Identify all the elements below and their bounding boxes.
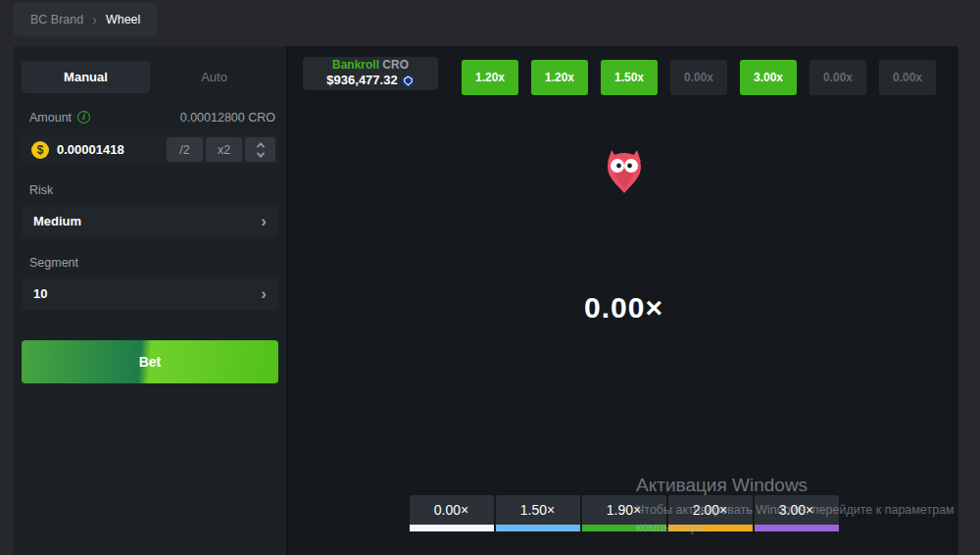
game-top-bar: Bankroll CRO $936,477.32 1.20x 1.20x 1.5… — [289, 46, 958, 95]
segment-value: 10 — [33, 286, 261, 301]
legend-label: 0.00× — [410, 495, 494, 525]
legend-color-bar — [582, 525, 666, 531]
history-result-button[interactable]: 1.50x — [601, 60, 658, 95]
legend-cell: 2.00× — [668, 495, 753, 531]
history-result-button[interactable]: 1.20x — [531, 60, 588, 95]
history-result-button[interactable]: 0.00x — [809, 60, 866, 95]
legend-label: 2.00× — [668, 495, 753, 525]
legend-color-bar — [496, 525, 580, 531]
risk-select[interactable]: Medium › — [22, 205, 278, 237]
bankroll-value: $936,477.32 — [326, 73, 397, 88]
bet-controls-sidebar: Manual Auto Amount i 0.00012800 CRO $ 0.… — [14, 46, 286, 555]
half-amount-button[interactable]: /2 — [167, 137, 203, 162]
watermark-title: Активация Windows — [636, 475, 955, 496]
legend-color-bar — [410, 525, 494, 531]
bankroll-amount: $936,477.32 — [326, 73, 414, 88]
amount-label: Amount i — [29, 111, 90, 125]
multiplier-legend: 0.00× 1.50× 1.90× 2.00× 3.00× — [410, 495, 839, 531]
legend-label: 1.90× — [582, 495, 666, 525]
result-multiplier: 0.00× — [289, 291, 958, 325]
segment-select[interactable]: 10 › — [22, 278, 278, 310]
tab-manual[interactable]: Manual — [22, 61, 150, 93]
result-history: 1.20x 1.20x 1.50x 0.00x 3.00x 0.00x 0.00… — [462, 60, 936, 95]
amount-row: Amount i 0.00012800 CRO — [22, 110, 278, 125]
legend-color-bar — [668, 525, 753, 531]
amount-stepper[interactable] — [245, 137, 275, 162]
legend-label: 1.50× — [496, 495, 580, 525]
legend-cell: 3.00× — [755, 495, 839, 531]
bankroll-label: Bankroll — [332, 58, 379, 72]
game-area: Bankroll CRO $936,477.32 1.20x 1.20x 1.5… — [286, 46, 958, 555]
history-result-button[interactable]: 0.00x — [670, 60, 727, 95]
owl-mascot-icon — [605, 149, 644, 194]
segment-label: Segment — [29, 256, 278, 271]
legend-cell: 0.00× — [410, 495, 494, 531]
cro-coin-icon — [402, 75, 415, 87]
game-container: Manual Auto Amount i 0.00012800 CRO $ 0.… — [14, 46, 958, 555]
legend-label: 3.00× — [755, 495, 839, 525]
chevron-right-icon: › — [261, 212, 267, 231]
breadcrumb: BC Brand › Wheel — [14, 3, 157, 36]
mode-tabs: Manual Auto — [22, 61, 278, 93]
breadcrumb-brand-link[interactable]: BC Brand — [30, 13, 83, 26]
bankroll-header: Bankroll CRO — [332, 58, 409, 73]
bet-button[interactable]: Bet — [22, 340, 278, 383]
balance-text: 0.00012800 CRO — [180, 111, 275, 125]
history-result-button[interactable]: 3.00x — [740, 60, 797, 95]
tab-auto[interactable]: Auto — [150, 61, 278, 93]
history-result-button[interactable]: 0.00x — [879, 60, 936, 95]
chevron-right-icon: › — [261, 284, 267, 304]
info-icon[interactable]: i — [77, 111, 90, 124]
risk-label: Risk — [29, 183, 278, 198]
breadcrumb-separator-icon: › — [92, 12, 97, 27]
legend-cell: 1.90× — [582, 495, 666, 531]
breadcrumb-current-page: Wheel — [106, 13, 140, 26]
amount-input[interactable]: $ 0.00001418 /2 x2 — [22, 134, 278, 165]
bankroll-currency: CRO — [382, 58, 409, 72]
stepper-down-icon[interactable] — [256, 149, 264, 157]
legend-cell: 1.50× — [496, 495, 580, 531]
double-amount-button[interactable]: x2 — [206, 137, 242, 162]
amount-value[interactable]: 0.00001418 — [57, 142, 164, 157]
top-strip: BC Brand › Wheel — [0, 0, 980, 46]
history-result-button[interactable]: 1.20x — [462, 60, 518, 95]
bankroll-box: Bankroll CRO $936,477.32 — [303, 57, 438, 90]
amount-label-text: Amount — [29, 111, 72, 125]
risk-value: Medium — [33, 214, 261, 228]
legend-color-bar — [755, 525, 839, 531]
dollar-coin-icon: $ — [31, 141, 49, 159]
